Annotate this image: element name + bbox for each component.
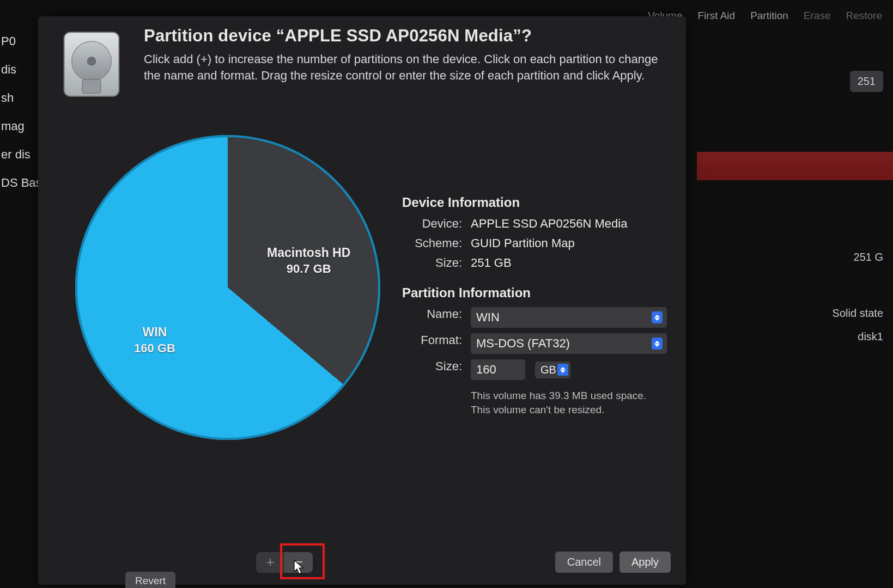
bg-info-row: Solid state bbox=[697, 302, 893, 325]
label-format: Format: bbox=[402, 333, 462, 354]
pie-graphic[interactable] bbox=[75, 135, 380, 440]
bg-info-row: 251 G bbox=[697, 246, 893, 269]
toolbar-item-firstaid[interactable]: First Aid bbox=[698, 10, 736, 22]
partition-name-input[interactable] bbox=[471, 307, 667, 328]
svg-point-2 bbox=[87, 57, 96, 66]
chevron-updown-icon[interactable] bbox=[557, 364, 568, 376]
size-unit-select[interactable]: GB bbox=[535, 362, 570, 378]
bg-sidebar: P0 dis sh mag er dis DS Bas bbox=[0, 27, 38, 197]
apply-button[interactable]: Apply bbox=[619, 552, 671, 573]
bg-size-box: 251 bbox=[850, 71, 883, 92]
chevron-updown-icon[interactable] bbox=[652, 338, 663, 350]
pie-slice-size: 90.7 GB bbox=[267, 261, 350, 277]
size-unit-label: GB bbox=[540, 364, 556, 376]
revert-button[interactable]: Revert bbox=[125, 572, 175, 588]
partition-format-select[interactable]: MS-DOS (FAT32) bbox=[471, 333, 667, 354]
partition-info-heading: Partition Information bbox=[402, 285, 671, 301]
cancel-button[interactable]: Cancel bbox=[555, 552, 613, 573]
info-panel: Device Information Device: APPLE SSD AP0… bbox=[402, 195, 671, 416]
pie-slice-name: WIN bbox=[134, 324, 175, 341]
hint-line-2: This volume can't be resized. bbox=[471, 403, 671, 417]
bg-infopanel: 251 251 G Solid state disk1 bbox=[697, 65, 893, 348]
value-scheme: GUID Partition Map bbox=[471, 236, 671, 250]
cursor-icon bbox=[293, 560, 305, 575]
label-name: Name: bbox=[402, 307, 462, 328]
bg-usage-bar bbox=[697, 152, 893, 180]
pie-slice-label-macintosh: Macintosh HD 90.7 GB bbox=[267, 245, 350, 277]
bg-sidebar-item: P0 bbox=[1, 27, 38, 56]
bg-sidebar-item: mag bbox=[1, 112, 38, 140]
stepper-icon[interactable] bbox=[652, 311, 663, 323]
partition-hint: This volume has 39.3 MB used space. This… bbox=[402, 389, 671, 416]
bg-sidebar-item: DS Bas bbox=[1, 169, 38, 197]
partition-size-input[interactable] bbox=[471, 359, 525, 380]
pie-slice-label-win: WIN 160 GB bbox=[134, 324, 175, 356]
label-partition-size: Size: bbox=[402, 359, 462, 380]
label-scheme: Scheme: bbox=[402, 236, 462, 250]
hint-line-1: This volume has 39.3 MB used space. bbox=[471, 389, 671, 403]
partition-dialog: Partition device “APPLE SSD AP0256N Medi… bbox=[38, 16, 686, 585]
dialog-subtitle: Click add (+) to increase the number of … bbox=[144, 51, 671, 83]
hard-drive-icon bbox=[53, 26, 130, 102]
dialog-header: Partition device “APPLE SSD AP0256N Medi… bbox=[53, 26, 671, 102]
label-device: Device: bbox=[402, 217, 462, 231]
value-size: 251 GB bbox=[471, 256, 671, 270]
svg-rect-3 bbox=[82, 79, 101, 93]
dialog-footer: + − Cancel Apply bbox=[38, 552, 686, 573]
bg-sidebar-item: er dis bbox=[1, 140, 38, 169]
toolbar-item-erase[interactable]: Erase bbox=[804, 10, 831, 22]
bg-sidebar-item: dis bbox=[1, 56, 38, 84]
pie-slice-name: Macintosh HD bbox=[267, 245, 350, 261]
label-size: Size: bbox=[402, 256, 462, 270]
value-device: APPLE SSD AP0256N Media bbox=[471, 217, 671, 231]
toolbar-item-partition[interactable]: Partition bbox=[750, 10, 788, 22]
pie-slice-size: 160 GB bbox=[134, 341, 175, 357]
add-partition-button[interactable]: + bbox=[256, 552, 284, 573]
dialog-title: Partition device “APPLE SSD AP0256N Medi… bbox=[144, 26, 671, 46]
bg-sidebar-item: sh bbox=[1, 84, 38, 112]
partition-pie-chart[interactable]: Macintosh HD 90.7 GB WIN 160 GB bbox=[75, 135, 380, 440]
toolbar-item-restore[interactable]: Restore bbox=[846, 10, 882, 22]
bg-info-row: disk1 bbox=[697, 325, 893, 348]
device-info-heading: Device Information bbox=[402, 195, 671, 210]
